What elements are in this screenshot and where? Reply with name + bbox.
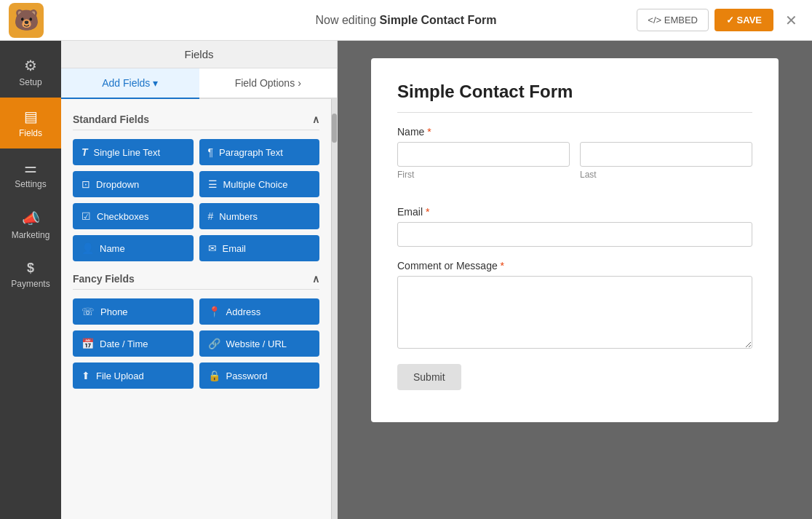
website-url-icon: 🔗 bbox=[208, 338, 220, 349]
form-name-last-label: Last bbox=[580, 170, 752, 180]
field-btn-address-label: Address bbox=[226, 306, 261, 317]
sidebar-label-setup: Setup bbox=[19, 77, 41, 87]
paragraph-text-icon: ¶ bbox=[208, 146, 214, 158]
chevron-down-icon: ▾ bbox=[153, 77, 158, 89]
logo: 🐻 bbox=[9, 3, 44, 38]
file-upload-icon: ⬆ bbox=[81, 370, 90, 381]
form-name-row: First Last bbox=[397, 142, 752, 193]
sidebar-item-setup[interactable]: ⚙ Setup bbox=[0, 47, 61, 98]
standard-fields-header: Standard Fields ∧ bbox=[73, 114, 319, 130]
sidebar-label-settings: Settings bbox=[15, 179, 46, 189]
checkboxes-icon: ☑ bbox=[81, 210, 91, 222]
address-icon: 📍 bbox=[208, 306, 220, 317]
fields-header-text: Fields bbox=[184, 48, 213, 60]
sidebar-item-marketing[interactable]: 📣 Marketing bbox=[0, 199, 61, 250]
sidebar-item-fields[interactable]: ▤ Fields bbox=[0, 98, 61, 148]
form-email-input[interactable] bbox=[397, 222, 752, 247]
collapse-standard-icon[interactable]: ∧ bbox=[312, 114, 319, 125]
field-btn-numbers[interactable]: # Numbers bbox=[199, 203, 320, 229]
required-asterisk-email: * bbox=[423, 206, 429, 218]
form-name-last-input[interactable] bbox=[580, 142, 752, 167]
field-btn-multiple-choice[interactable]: ☰ Multiple Choice bbox=[199, 171, 320, 197]
field-btn-numbers-label: Numbers bbox=[219, 211, 258, 222]
tab-field-options[interactable]: Field Options › bbox=[199, 68, 338, 98]
date-time-icon: 📅 bbox=[81, 338, 94, 349]
field-btn-website-url[interactable]: 🔗 Website / URL bbox=[199, 330, 320, 357]
name-icon: 👤 bbox=[81, 242, 94, 254]
fields-list: Standard Fields ∧ T Single Line Text ¶ P… bbox=[61, 99, 331, 519]
sidebar: ⚙ Setup ▤ Fields ⚌ Settings 📣 Marketing … bbox=[0, 41, 61, 519]
form-label-name: Name * bbox=[397, 126, 752, 138]
collapse-fancy-icon[interactable]: ∧ bbox=[312, 273, 319, 285]
form-label-message: Comment or Message * bbox=[397, 260, 752, 272]
field-btn-website-url-label: Website / URL bbox=[226, 338, 287, 349]
field-btn-date-time[interactable]: 📅 Date / Time bbox=[73, 330, 194, 357]
sidebar-label-fields: Fields bbox=[19, 128, 42, 138]
payments-icon: $ bbox=[27, 261, 34, 276]
fields-icon: ▤ bbox=[24, 108, 38, 125]
form-field-name: Name * First Last bbox=[397, 126, 752, 193]
multiple-choice-icon: ☰ bbox=[208, 178, 218, 190]
field-btn-password[interactable]: 🔒 Password bbox=[199, 362, 320, 389]
tab-add-fields[interactable]: Add Fields ▾ bbox=[61, 68, 199, 99]
close-button[interactable]: ✕ bbox=[779, 9, 803, 32]
field-btn-email-label: Email bbox=[223, 243, 247, 254]
main-layout: ⚙ Setup ▤ Fields ⚌ Settings 📣 Marketing … bbox=[0, 41, 812, 519]
dropdown-icon: ⊡ bbox=[81, 178, 90, 190]
settings-icon: ⚌ bbox=[24, 159, 37, 176]
field-btn-file-upload[interactable]: ⬆ File Upload bbox=[73, 362, 194, 389]
form-submit-button[interactable]: Submit bbox=[397, 364, 461, 390]
numbers-icon: # bbox=[208, 210, 214, 222]
field-btn-single-line-text[interactable]: T Single Line Text bbox=[73, 139, 194, 165]
required-asterisk-message: * bbox=[498, 260, 504, 272]
panel-scrollbar-thumb bbox=[332, 114, 337, 143]
field-btn-email[interactable]: ✉ Email bbox=[199, 235, 320, 261]
standard-fields-title: Standard Fields bbox=[73, 114, 149, 125]
fancy-fields-title: Fancy Fields bbox=[73, 273, 135, 285]
topbar: 🐻 Now editing Simple Contact Form </> EM… bbox=[0, 0, 812, 41]
required-asterisk-name: * bbox=[424, 126, 431, 138]
sidebar-item-settings[interactable]: ⚌ Settings bbox=[0, 148, 61, 199]
field-btn-phone[interactable]: ☏ Phone bbox=[73, 298, 194, 325]
sidebar-label-marketing: Marketing bbox=[12, 230, 50, 240]
embed-button[interactable]: </> EMBED bbox=[637, 9, 709, 31]
tab-field-options-label: Field Options bbox=[235, 77, 295, 89]
panel-scrollbar[interactable] bbox=[331, 99, 337, 519]
field-btn-paragraph-text[interactable]: ¶ Paragraph Text bbox=[199, 139, 320, 165]
form-label-email: Email * bbox=[397, 206, 752, 218]
logo-bear: 🐻 bbox=[9, 3, 44, 38]
form-field-message: Comment or Message * bbox=[397, 260, 752, 351]
field-btn-dropdown[interactable]: ⊡ Dropdown bbox=[73, 171, 194, 197]
single-line-text-icon: T bbox=[81, 146, 88, 158]
field-btn-file-upload-label: File Upload bbox=[96, 371, 144, 381]
save-button[interactable]: ✓ SAVE bbox=[715, 9, 773, 31]
phone-icon: ☏ bbox=[81, 306, 95, 317]
fields-panel-header: Fields bbox=[61, 41, 337, 68]
form-name-last-group: Last bbox=[580, 142, 752, 180]
form-name-first-group: First bbox=[397, 142, 570, 180]
tabs-bar: Add Fields ▾ Field Options › bbox=[61, 68, 337, 99]
sidebar-item-payments[interactable]: $ Payments bbox=[0, 250, 61, 299]
form-title-area: Now editing Simple Contact Form bbox=[316, 14, 497, 27]
standard-fields-grid: T Single Line Text ¶ Paragraph Text ⊡ Dr… bbox=[73, 139, 319, 261]
field-btn-name-label: Name bbox=[100, 243, 125, 254]
editing-prefix: Now editing bbox=[316, 14, 380, 26]
field-btn-checkboxes[interactable]: ☑ Checkboxes bbox=[73, 203, 194, 229]
field-btn-multiple-choice-label: Multiple Choice bbox=[223, 179, 288, 190]
topbar-actions: </> EMBED ✓ SAVE ✕ bbox=[637, 9, 803, 32]
field-btn-phone-label: Phone bbox=[100, 306, 128, 317]
fancy-fields-grid: ☏ Phone 📍 Address 📅 Date / Time 🔗 Websit… bbox=[73, 298, 319, 389]
field-btn-address[interactable]: 📍 Address bbox=[199, 298, 320, 325]
form-message-textarea[interactable] bbox=[397, 276, 752, 349]
field-btn-name[interactable]: 👤 Name bbox=[73, 235, 194, 261]
chevron-right-icon: › bbox=[298, 77, 301, 89]
sidebar-label-payments: Payments bbox=[11, 279, 49, 289]
field-btn-single-line-text-label: Single Line Text bbox=[94, 147, 161, 158]
form-name-first-input[interactable] bbox=[397, 142, 570, 167]
marketing-icon: 📣 bbox=[22, 210, 40, 227]
email-icon: ✉ bbox=[208, 242, 217, 254]
form-card: Simple Contact Form Name * First Last bbox=[371, 58, 779, 422]
form-field-email: Email * bbox=[397, 206, 752, 247]
form-name: Simple Contact Form bbox=[380, 14, 497, 26]
field-btn-date-time-label: Date / Time bbox=[100, 338, 148, 349]
